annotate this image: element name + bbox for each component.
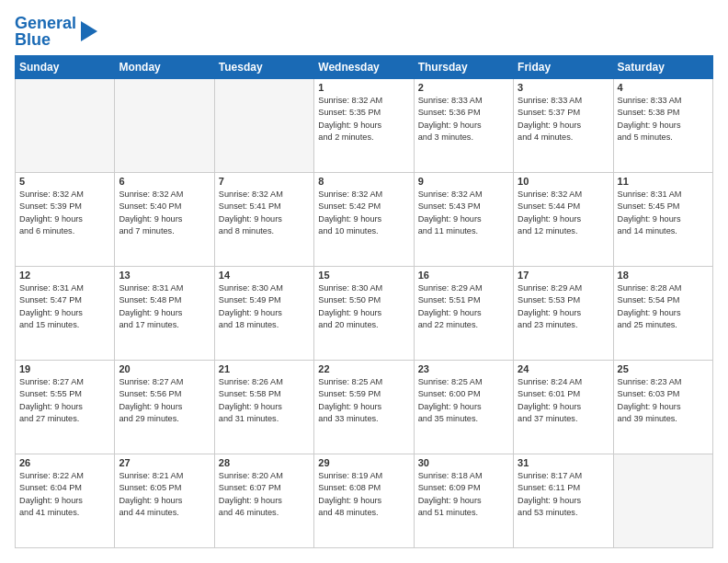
weekday-header-wednesday: Wednesday [314,56,414,79]
week-row-1: 5Sunrise: 8:32 AM Sunset: 5:39 PM Daylig… [16,173,713,267]
day-info: Sunrise: 8:30 AM Sunset: 5:50 PM Dayligh… [318,282,409,331]
day-info: Sunrise: 8:25 AM Sunset: 5:59 PM Dayligh… [318,376,409,425]
calendar-cell: 7Sunrise: 8:32 AM Sunset: 5:41 PM Daylig… [214,173,313,267]
week-row-4: 26Sunrise: 8:22 AM Sunset: 6:04 PM Dayli… [16,454,713,548]
day-info: Sunrise: 8:27 AM Sunset: 5:55 PM Dayligh… [19,376,110,425]
calendar-cell: 18Sunrise: 8:28 AM Sunset: 5:54 PM Dayli… [613,267,712,361]
calendar-table: SundayMondayTuesdayWednesdayThursdayFrid… [15,55,713,548]
day-number: 2 [418,82,509,93]
day-number: 5 [19,176,110,187]
calendar-cell: 19Sunrise: 8:27 AM Sunset: 5:55 PM Dayli… [16,361,115,454]
day-number: 31 [518,457,609,468]
weekday-header-tuesday: Tuesday [214,56,313,79]
day-number: 8 [318,176,409,187]
calendar-cell [613,454,712,548]
week-row-3: 19Sunrise: 8:27 AM Sunset: 5:55 PM Dayli… [16,361,713,454]
day-info: Sunrise: 8:22 AM Sunset: 6:04 PM Dayligh… [19,470,110,519]
day-number: 19 [19,363,110,374]
logo-blue: Blue [15,30,51,49]
calendar-cell: 28Sunrise: 8:20 AM Sunset: 6:07 PM Dayli… [214,454,313,548]
calendar-cell [214,79,313,173]
day-number: 14 [219,270,310,281]
calendar-cell: 24Sunrise: 8:24 AM Sunset: 6:01 PM Dayli… [514,361,613,454]
day-number: 20 [119,363,210,374]
weekday-header-friday: Friday [514,56,613,79]
calendar-cell: 27Sunrise: 8:21 AM Sunset: 6:05 PM Dayli… [115,454,214,548]
calendar-cell: 14Sunrise: 8:30 AM Sunset: 5:49 PM Dayli… [214,267,313,361]
calendar-cell: 22Sunrise: 8:25 AM Sunset: 5:59 PM Dayli… [314,361,414,454]
day-info: Sunrise: 8:32 AM Sunset: 5:44 PM Dayligh… [518,189,609,237]
calendar-cell: 6Sunrise: 8:32 AM Sunset: 5:40 PM Daylig… [115,173,214,267]
day-info: Sunrise: 8:31 AM Sunset: 5:48 PM Dayligh… [119,282,210,331]
calendar-cell: 30Sunrise: 8:18 AM Sunset: 6:09 PM Dayli… [414,454,513,548]
calendar-cell: 23Sunrise: 8:25 AM Sunset: 6:00 PM Dayli… [414,361,513,454]
day-info: Sunrise: 8:23 AM Sunset: 6:03 PM Dayligh… [618,376,709,425]
day-number: 4 [618,82,709,93]
day-info: Sunrise: 8:29 AM Sunset: 5:53 PM Dayligh… [518,282,609,331]
day-number: 12 [19,270,110,281]
page: General Blue SundayMondayTuesdayWednesda… [0,0,728,563]
calendar-cell: 9Sunrise: 8:32 AM Sunset: 5:43 PM Daylig… [414,173,513,267]
day-info: Sunrise: 8:17 AM Sunset: 6:11 PM Dayligh… [518,470,609,519]
day-info: Sunrise: 8:32 AM Sunset: 5:40 PM Dayligh… [119,189,210,237]
day-info: Sunrise: 8:32 AM Sunset: 5:42 PM Dayligh… [318,189,409,237]
day-info: Sunrise: 8:32 AM Sunset: 5:35 PM Dayligh… [318,95,409,144]
logo-text: General Blue [15,15,76,48]
day-number: 7 [219,176,310,187]
day-number: 3 [518,82,609,93]
day-number: 15 [318,270,409,281]
svg-marker-0 [81,21,97,41]
day-info: Sunrise: 8:21 AM Sunset: 6:05 PM Dayligh… [119,470,210,519]
calendar-cell: 1Sunrise: 8:32 AM Sunset: 5:35 PM Daylig… [314,79,414,173]
day-info: Sunrise: 8:32 AM Sunset: 5:43 PM Dayligh… [418,189,509,237]
day-number: 18 [618,270,709,281]
day-info: Sunrise: 8:29 AM Sunset: 5:51 PM Dayligh… [418,282,509,331]
day-number: 23 [418,363,509,374]
calendar-cell: 11Sunrise: 8:31 AM Sunset: 5:45 PM Dayli… [613,173,712,267]
day-number: 25 [618,363,709,374]
calendar-cell: 8Sunrise: 8:32 AM Sunset: 5:42 PM Daylig… [314,173,414,267]
calendar-cell [115,79,214,173]
day-info: Sunrise: 8:32 AM Sunset: 5:41 PM Dayligh… [219,189,310,237]
day-number: 26 [19,457,110,468]
day-info: Sunrise: 8:33 AM Sunset: 5:37 PM Dayligh… [518,95,609,144]
day-info: Sunrise: 8:19 AM Sunset: 6:08 PM Dayligh… [318,470,409,519]
calendar-cell: 4Sunrise: 8:33 AM Sunset: 5:38 PM Daylig… [613,79,712,173]
logo: General Blue [15,15,97,48]
day-number: 11 [618,176,709,187]
header: General Blue [15,15,713,48]
logo-icon [81,21,97,41]
calendar-cell: 25Sunrise: 8:23 AM Sunset: 6:03 PM Dayli… [613,361,712,454]
calendar-cell: 17Sunrise: 8:29 AM Sunset: 5:53 PM Dayli… [514,267,613,361]
day-number: 27 [119,457,210,468]
calendar-cell: 12Sunrise: 8:31 AM Sunset: 5:47 PM Dayli… [16,267,115,361]
day-info: Sunrise: 8:33 AM Sunset: 5:38 PM Dayligh… [618,95,709,144]
day-info: Sunrise: 8:30 AM Sunset: 5:49 PM Dayligh… [219,282,310,331]
logo-general: General [15,14,76,32]
day-number: 21 [219,363,310,374]
calendar-cell: 10Sunrise: 8:32 AM Sunset: 5:44 PM Dayli… [514,173,613,267]
day-number: 10 [518,176,609,187]
calendar-cell: 31Sunrise: 8:17 AM Sunset: 6:11 PM Dayli… [514,454,613,548]
week-row-2: 12Sunrise: 8:31 AM Sunset: 5:47 PM Dayli… [16,267,713,361]
calendar-cell: 16Sunrise: 8:29 AM Sunset: 5:51 PM Dayli… [414,267,513,361]
weekday-header-thursday: Thursday [414,56,513,79]
day-info: Sunrise: 8:24 AM Sunset: 6:01 PM Dayligh… [518,376,609,425]
weekday-header-row: SundayMondayTuesdayWednesdayThursdayFrid… [16,56,713,79]
calendar-cell: 13Sunrise: 8:31 AM Sunset: 5:48 PM Dayli… [115,267,214,361]
calendar-cell: 15Sunrise: 8:30 AM Sunset: 5:50 PM Dayli… [314,267,414,361]
weekday-header-monday: Monday [115,56,214,79]
day-number: 1 [318,82,409,93]
day-number: 6 [119,176,210,187]
day-info: Sunrise: 8:28 AM Sunset: 5:54 PM Dayligh… [618,282,709,331]
day-info: Sunrise: 8:31 AM Sunset: 5:47 PM Dayligh… [19,282,110,331]
day-info: Sunrise: 8:33 AM Sunset: 5:36 PM Dayligh… [418,95,509,144]
calendar-cell: 26Sunrise: 8:22 AM Sunset: 6:04 PM Dayli… [16,454,115,548]
day-number: 13 [119,270,210,281]
day-info: Sunrise: 8:32 AM Sunset: 5:39 PM Dayligh… [19,189,110,237]
week-row-0: 1Sunrise: 8:32 AM Sunset: 5:35 PM Daylig… [16,79,713,173]
day-number: 28 [219,457,310,468]
day-info: Sunrise: 8:18 AM Sunset: 6:09 PM Dayligh… [418,470,509,519]
day-number: 22 [318,363,409,374]
calendar-cell [16,79,115,173]
